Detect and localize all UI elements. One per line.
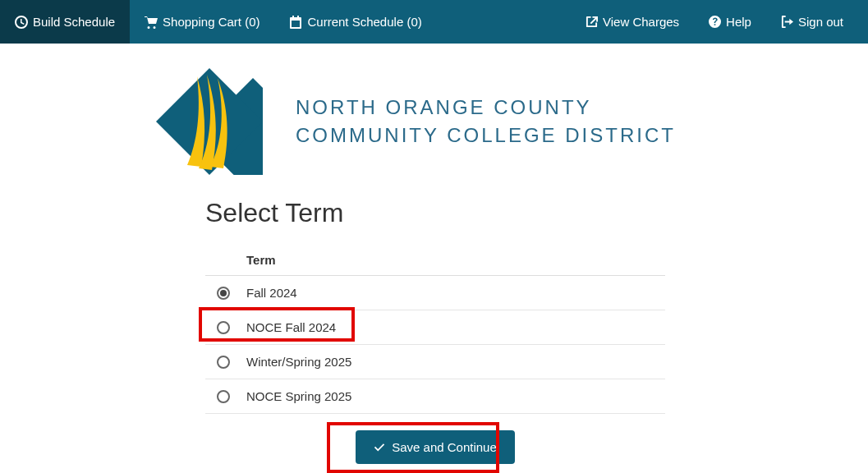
nav-right: View Charges Help Sign out bbox=[571, 0, 868, 44]
main: NORTH ORANGE COUNTY COMMUNITY COLLEGE DI… bbox=[0, 44, 868, 473]
cart-icon bbox=[145, 16, 158, 29]
calendar-icon bbox=[289, 16, 302, 29]
term-row[interactable]: NOCE Spring 2025 bbox=[205, 379, 665, 414]
nav-label: Shopping Cart (0) bbox=[163, 15, 259, 29]
content: Select Term Term Fall 2024 NOCE Fall 202… bbox=[205, 198, 665, 464]
logo bbox=[156, 68, 263, 175]
term-row[interactable]: NOCE Fall 2024 bbox=[205, 310, 665, 345]
term-row[interactable]: Winter/Spring 2025 bbox=[205, 345, 665, 379]
radio-icon[interactable] bbox=[217, 356, 230, 369]
term-header: Term bbox=[205, 246, 665, 276]
button-label: Save and Continue bbox=[392, 440, 497, 454]
external-link-icon bbox=[586, 16, 598, 28]
check-icon bbox=[374, 442, 385, 453]
nav-label: Sign out bbox=[798, 15, 843, 29]
term-list: Term Fall 2024 NOCE Fall 2024 Winter/Spr… bbox=[205, 246, 665, 414]
clock-icon bbox=[15, 16, 28, 29]
sign-out-icon bbox=[781, 16, 793, 28]
nav-left: Build Schedule Shopping Cart (0) Current… bbox=[0, 0, 437, 44]
page-title: Select Term bbox=[205, 198, 665, 228]
term-label: NOCE Fall 2024 bbox=[246, 320, 336, 334]
button-wrap: Save and Continue bbox=[205, 430, 665, 464]
nav-label: Build Schedule bbox=[33, 15, 115, 29]
brand-text: NORTH ORANGE COUNTY COMMUNITY COLLEGE DI… bbox=[296, 94, 676, 149]
radio-icon[interactable] bbox=[217, 287, 230, 300]
term-label: Winter/Spring 2025 bbox=[246, 355, 351, 369]
help-icon bbox=[709, 16, 721, 28]
nav-current-schedule[interactable]: Current Schedule (0) bbox=[274, 0, 436, 44]
nav-shopping-cart[interactable]: Shopping Cart (0) bbox=[130, 0, 274, 44]
term-label: NOCE Spring 2025 bbox=[246, 389, 351, 403]
radio-icon[interactable] bbox=[217, 321, 230, 334]
brand-line1: NORTH ORANGE COUNTY bbox=[296, 94, 676, 122]
term-row[interactable]: Fall 2024 bbox=[205, 276, 665, 310]
radio-icon[interactable] bbox=[217, 390, 230, 403]
save-continue-button[interactable]: Save and Continue bbox=[356, 430, 515, 464]
nav-help[interactable]: Help bbox=[694, 0, 766, 44]
nav-label: Current Schedule (0) bbox=[307, 15, 421, 29]
nav-build-schedule[interactable]: Build Schedule bbox=[0, 0, 130, 44]
nav-view-charges[interactable]: View Charges bbox=[571, 0, 694, 44]
nav-label: Help bbox=[726, 15, 751, 29]
logo-row: NORTH ORANGE COUNTY COMMUNITY COLLEGE DI… bbox=[156, 68, 868, 175]
nav-label: View Charges bbox=[603, 15, 679, 29]
navbar: Build Schedule Shopping Cart (0) Current… bbox=[0, 0, 868, 44]
brand-line2: COMMUNITY COLLEGE DISTRICT bbox=[296, 122, 676, 149]
term-label: Fall 2024 bbox=[246, 286, 297, 300]
nav-sign-out[interactable]: Sign out bbox=[766, 0, 858, 44]
